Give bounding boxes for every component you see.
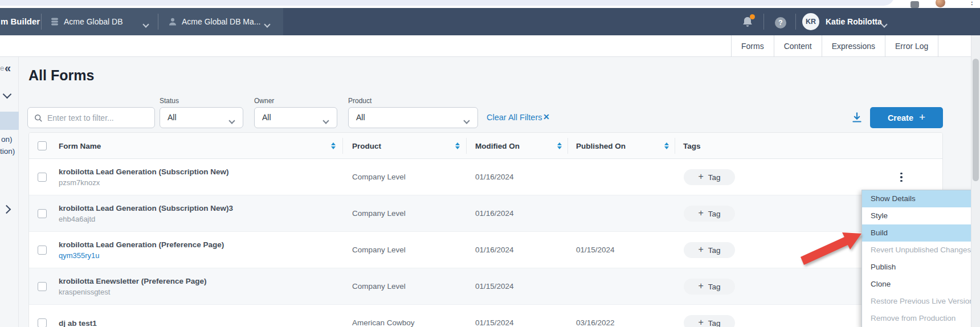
modified-on-cell: 01/15/2024 — [475, 305, 514, 327]
sort-icon[interactable] — [557, 142, 562, 149]
table-row[interactable]: krobilotta Enewsletter (Preference Page)… — [29, 268, 942, 305]
tag-label: Tag — [708, 283, 721, 291]
modified-on-cell: 01/16/2024 — [475, 195, 514, 232]
chevron-down-icon[interactable] — [144, 19, 148, 29]
database-selector[interactable]: Acme Global DB — [64, 17, 122, 26]
form-name[interactable]: krobilotta Lead Generation (Subscription… — [59, 204, 233, 212]
sidebar-collapsed: e « on) tion) — [0, 57, 19, 327]
form-code: pzsm7knozx — [59, 178, 229, 187]
url-bar[interactable] — [0, 0, 895, 6]
clear-filters-x-icon[interactable]: ✕ — [543, 112, 550, 121]
browser-menu-icon[interactable]: ⋮ — [968, 0, 976, 6]
add-tag-button[interactable]: + Tag — [684, 169, 735, 185]
tag-label: Tag — [708, 246, 721, 255]
row-checkbox[interactable] — [38, 246, 47, 255]
form-name-cell: krobilotta Lead Generation (Subscription… — [59, 159, 229, 195]
product-cell: Company Level — [352, 195, 406, 232]
export-download-icon[interactable] — [851, 111, 863, 124]
product-filter-label: Product — [348, 97, 371, 105]
row-checkbox[interactable] — [38, 209, 47, 218]
form-code: ehb4a6ajtd — [59, 215, 233, 223]
menu-item-remove-from-production: Remove from Production — [862, 310, 978, 327]
row-checkbox[interactable] — [38, 173, 47, 182]
sidebar-item-partial[interactable]: tion) — [0, 147, 15, 156]
chevron-right-icon[interactable] — [2, 205, 11, 214]
plus-icon: + — [698, 244, 703, 255]
form-name[interactable]: krobilotta Lead Generation (Subscription… — [59, 167, 229, 176]
header-divider — [763, 14, 764, 30]
table-row[interactable]: dj ab test1 American Cowboy 01/15/2024 0… — [29, 305, 942, 327]
browser-profile-avatar[interactable] — [936, 0, 945, 7]
main-content: e « on) tion) All Forms Status All Owner… — [0, 57, 980, 327]
scrollbar-thumb[interactable] — [973, 59, 979, 181]
form-name[interactable]: dj ab test1 — [59, 319, 97, 327]
tag-label: Tag — [708, 173, 721, 182]
column-modified-on[interactable]: Modified On — [475, 142, 520, 150]
extensions-icon[interactable] — [910, 1, 919, 8]
sidebar-collapse-icon[interactable]: « — [5, 62, 11, 75]
sort-icon[interactable] — [331, 142, 336, 149]
add-tag-button[interactable]: + Tag — [684, 279, 735, 295]
sidebar-selected-item[interactable] — [0, 112, 19, 130]
sort-icon[interactable] — [664, 142, 669, 149]
page-title: All Forms — [28, 67, 94, 84]
form-code-link[interactable]: qym355ry1u — [59, 251, 224, 260]
modified-on-cell: 01/16/2024 — [475, 159, 514, 195]
notifications-button[interactable] — [741, 15, 754, 29]
chevron-down-icon[interactable] — [3, 90, 12, 99]
create-button-label: Create — [888, 113, 913, 122]
menu-item-clone[interactable]: Clone — [862, 276, 978, 293]
column-form-name[interactable]: Form Name — [59, 142, 101, 150]
table-row[interactable]: krobilotta Lead Generation (Preference P… — [29, 232, 942, 268]
form-name-cell: krobilotta Lead Generation (Preference P… — [59, 232, 224, 268]
table-row[interactable]: krobilotta Lead Generation (Subscription… — [29, 195, 942, 232]
tab-error-log[interactable]: Error Log — [885, 35, 938, 57]
tag-label: Tag — [708, 210, 721, 218]
table-row[interactable]: krobilotta Lead Generation (Subscription… — [29, 159, 942, 195]
plus-icon: + — [698, 208, 703, 218]
tabs: Forms Content Expressions Error Log — [731, 35, 938, 57]
form-name[interactable]: krobilotta Enewsletter (Preference Page) — [59, 277, 207, 285]
tab-content[interactable]: Content — [774, 35, 822, 57]
form-code: kraspenissgtest — [59, 288, 207, 296]
product-cell: American Cowboy — [352, 305, 415, 327]
menu-item-show-details[interactable]: Show Details — [862, 190, 978, 207]
row-actions-kebab-icon[interactable] — [897, 169, 906, 186]
form-name-cell: dj ab test1 — [59, 305, 97, 327]
create-button[interactable]: Create + — [870, 107, 943, 128]
chevron-down-icon[interactable] — [882, 19, 887, 29]
tab-expressions[interactable]: Expressions — [822, 35, 885, 57]
search-input[interactable] — [47, 108, 151, 127]
sort-icon[interactable] — [455, 142, 460, 149]
add-tag-button[interactable]: + Tag — [684, 242, 735, 258]
filter-search[interactable] — [27, 107, 155, 128]
status-filter-select[interactable]: All — [160, 107, 243, 128]
status-filter-label: Status — [160, 97, 179, 105]
column-product[interactable]: Product — [352, 142, 381, 150]
column-divider — [567, 138, 568, 154]
sidebar-item-partial[interactable]: on) — [1, 135, 13, 144]
menu-item-publish[interactable]: Publish — [862, 259, 978, 276]
add-tag-button[interactable]: + Tag — [684, 315, 735, 327]
help-button[interactable]: ? — [775, 17, 786, 28]
row-checkbox[interactable] — [38, 282, 47, 291]
menu-item-build[interactable]: Build — [862, 224, 978, 242]
column-published-on[interactable]: Published On — [576, 142, 626, 150]
scrollbar-track[interactable] — [971, 35, 980, 327]
tab-forms[interactable]: Forms — [731, 35, 774, 57]
plus-icon: + — [698, 281, 703, 291]
owner-filter-select[interactable]: All — [254, 107, 337, 128]
clear-all-filters-link[interactable]: Clear All Filters — [487, 113, 542, 122]
select-all-checkbox[interactable] — [38, 141, 47, 150]
form-name-cell: krobilotta Lead Generation (Subscription… — [59, 195, 233, 232]
profile-selector[interactable]: Acme Global DB Ma... — [182, 17, 261, 26]
form-name[interactable]: krobilotta Lead Generation (Preference P… — [59, 240, 224, 249]
product-filter-select[interactable]: All — [348, 107, 478, 128]
chevron-down-icon[interactable] — [265, 19, 270, 29]
user-name[interactable]: Katie Robilotta — [826, 17, 882, 26]
add-tag-button[interactable]: + Tag — [684, 206, 735, 222]
row-checkbox[interactable] — [38, 318, 47, 327]
menu-item-style[interactable]: Style — [862, 207, 978, 224]
column-divider — [675, 138, 675, 154]
user-avatar[interactable]: KR — [802, 13, 819, 30]
